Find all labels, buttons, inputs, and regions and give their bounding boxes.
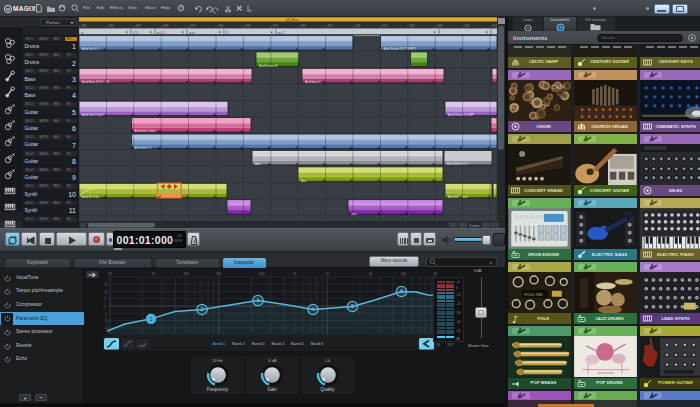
svg-text:305: 305 xyxy=(382,24,388,28)
svg-text:5: 5 xyxy=(351,303,354,309)
svg-text:10k: 10k xyxy=(401,272,407,276)
svg-text:20: 20 xyxy=(108,272,112,276)
svg-text:295: 295 xyxy=(245,24,251,28)
svg-text:1: 1 xyxy=(150,316,153,322)
svg-text:6: 6 xyxy=(400,288,403,294)
svg-text:Band 4: Band 4 xyxy=(271,341,284,346)
svg-text:293: 293 xyxy=(218,24,224,28)
svg-text:297: 297 xyxy=(273,24,279,28)
svg-text:CHOR: CHOR xyxy=(552,84,566,89)
svg-text:Acid Drums R: Acid Drums R xyxy=(259,64,278,68)
svg-text:FOLK INN: FOLK INN xyxy=(524,292,542,297)
svg-text:50: 50 xyxy=(151,272,155,276)
svg-text:291: 291 xyxy=(191,24,197,28)
svg-text:287: 287 xyxy=(136,24,142,28)
svg-text:Band 6: Band 6 xyxy=(311,341,324,346)
svg-text:Band 1: Band 1 xyxy=(213,341,226,346)
svg-text:4: 4 xyxy=(312,306,315,312)
svg-text:309: 309 xyxy=(437,24,443,28)
svg-text:500: 500 xyxy=(259,272,265,276)
svg-text:C: C xyxy=(226,30,229,35)
svg-text:3: 3 xyxy=(257,297,260,303)
svg-text:20k: 20k xyxy=(433,272,437,276)
svg-text:Band 5: Band 5 xyxy=(291,341,304,346)
svg-text:pop drums: pop drums xyxy=(598,371,615,375)
svg-text:10: 10 xyxy=(104,290,108,294)
svg-text:Ana: Ana xyxy=(301,179,307,183)
svg-text:100: 100 xyxy=(183,272,189,276)
svg-text:299: 299 xyxy=(300,24,306,28)
svg-text:289: 289 xyxy=(163,24,169,28)
svg-text:Acid bass 1: Acid bass 1 xyxy=(305,80,321,84)
svg-text:200: 200 xyxy=(216,272,222,276)
svg-text:311: 311 xyxy=(465,24,470,28)
svg-text:301: 301 xyxy=(328,24,334,28)
svg-text:Band 3: Band 3 xyxy=(252,341,265,346)
svg-text:Acid Guit 1 1: Acid Guit 1 1 xyxy=(135,146,153,150)
svg-text:a-C: a-C xyxy=(278,30,285,35)
svg-text:-5: -5 xyxy=(104,312,107,316)
svg-text:285: 285 xyxy=(108,24,114,28)
svg-text:a-C#: a-C# xyxy=(157,30,166,35)
svg-text:Acid Guitar CLUBP: Acid Guitar CLUBP xyxy=(448,113,474,117)
svg-text:1k: 1k xyxy=(293,272,297,276)
svg-text:Beat Wheel 1 1: Beat Wheel 1 1 xyxy=(447,162,468,166)
svg-text:303: 303 xyxy=(355,24,361,28)
svg-text:Acid Guit 1 4x4: Acid Guit 1 4x4 xyxy=(135,129,156,133)
svg-text:313: 313 xyxy=(492,24,498,28)
svg-text:-10: -10 xyxy=(104,319,109,323)
svg-text:-15: -15 xyxy=(104,326,109,330)
svg-text:Band 2: Band 2 xyxy=(232,341,245,346)
svg-text:5k: 5k xyxy=(369,272,373,276)
svg-text:307: 307 xyxy=(410,24,416,28)
svg-text:Acid Voc 4 1: Acid Voc 4 1 xyxy=(82,47,99,51)
svg-text:Ana: Ana xyxy=(255,162,261,166)
svg-text:2: 2 xyxy=(201,306,204,312)
svg-text:15: 15 xyxy=(104,283,108,287)
svg-text:Acid DC 3 4x4: Acid DC 3 4x4 xyxy=(448,195,468,199)
svg-text:Acid DL 3 4x: Acid DL 3 4x xyxy=(82,195,99,199)
svg-text:C#: C# xyxy=(133,30,139,35)
svg-text:Acid Guit 4 4x4 B: Acid Guit 4 4x4 B xyxy=(82,113,105,117)
svg-text:Acid Vocals CLUBP3PO: Acid Vocals CLUBP3PO xyxy=(384,47,417,51)
svg-text:2k: 2k xyxy=(326,272,330,276)
svg-text:283: 283 xyxy=(81,24,87,28)
svg-text:a-e: a-e xyxy=(189,30,196,35)
svg-text:142 Bars: 142 Bars xyxy=(285,18,299,22)
